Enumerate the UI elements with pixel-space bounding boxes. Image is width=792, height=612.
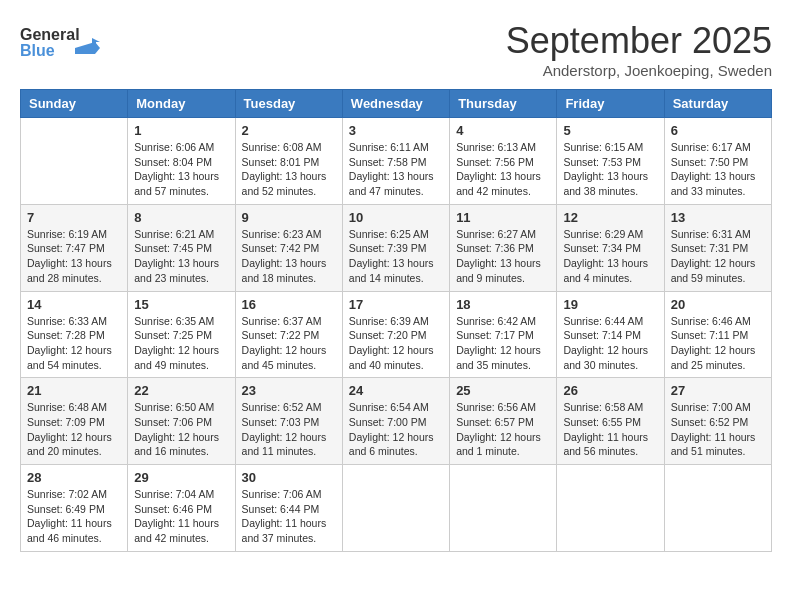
day-number: 14 xyxy=(27,297,121,312)
day-number: 2 xyxy=(242,123,336,138)
logo-text: General Blue xyxy=(20,20,100,64)
calendar-cell: 7Sunrise: 6:19 AM Sunset: 7:47 PM Daylig… xyxy=(21,204,128,291)
day-info: Sunrise: 6:17 AM Sunset: 7:50 PM Dayligh… xyxy=(671,140,765,199)
day-info: Sunrise: 7:02 AM Sunset: 6:49 PM Dayligh… xyxy=(27,487,121,546)
calendar-header-wednesday: Wednesday xyxy=(342,90,449,118)
calendar-cell xyxy=(21,118,128,205)
calendar-week-row: 14Sunrise: 6:33 AM Sunset: 7:28 PM Dayli… xyxy=(21,291,772,378)
day-info: Sunrise: 6:44 AM Sunset: 7:14 PM Dayligh… xyxy=(563,314,657,373)
day-info: Sunrise: 6:23 AM Sunset: 7:42 PM Dayligh… xyxy=(242,227,336,286)
calendar-cell: 4Sunrise: 6:13 AM Sunset: 7:56 PM Daylig… xyxy=(450,118,557,205)
calendar-cell: 6Sunrise: 6:17 AM Sunset: 7:50 PM Daylig… xyxy=(664,118,771,205)
calendar-cell: 8Sunrise: 6:21 AM Sunset: 7:45 PM Daylig… xyxy=(128,204,235,291)
day-number: 30 xyxy=(242,470,336,485)
calendar-week-row: 28Sunrise: 7:02 AM Sunset: 6:49 PM Dayli… xyxy=(21,465,772,552)
calendar-cell: 21Sunrise: 6:48 AM Sunset: 7:09 PM Dayli… xyxy=(21,378,128,465)
calendar-week-row: 7Sunrise: 6:19 AM Sunset: 7:47 PM Daylig… xyxy=(21,204,772,291)
svg-marker-3 xyxy=(92,38,100,48)
day-info: Sunrise: 6:46 AM Sunset: 7:11 PM Dayligh… xyxy=(671,314,765,373)
calendar-cell: 11Sunrise: 6:27 AM Sunset: 7:36 PM Dayli… xyxy=(450,204,557,291)
day-number: 18 xyxy=(456,297,550,312)
day-info: Sunrise: 6:29 AM Sunset: 7:34 PM Dayligh… xyxy=(563,227,657,286)
calendar-cell: 29Sunrise: 7:04 AM Sunset: 6:46 PM Dayli… xyxy=(128,465,235,552)
calendar-table: SundayMondayTuesdayWednesdayThursdayFrid… xyxy=(20,89,772,552)
day-number: 7 xyxy=(27,210,121,225)
day-number: 1 xyxy=(134,123,228,138)
calendar-cell: 25Sunrise: 6:56 AM Sunset: 6:57 PM Dayli… xyxy=(450,378,557,465)
calendar-header-sunday: Sunday xyxy=(21,90,128,118)
calendar-cell: 20Sunrise: 6:46 AM Sunset: 7:11 PM Dayli… xyxy=(664,291,771,378)
calendar-header-friday: Friday xyxy=(557,90,664,118)
day-number: 17 xyxy=(349,297,443,312)
day-info: Sunrise: 6:54 AM Sunset: 7:00 PM Dayligh… xyxy=(349,400,443,459)
day-number: 22 xyxy=(134,383,228,398)
day-number: 16 xyxy=(242,297,336,312)
day-number: 21 xyxy=(27,383,121,398)
calendar-cell: 5Sunrise: 6:15 AM Sunset: 7:53 PM Daylig… xyxy=(557,118,664,205)
day-info: Sunrise: 6:06 AM Sunset: 8:04 PM Dayligh… xyxy=(134,140,228,199)
calendar-cell: 12Sunrise: 6:29 AM Sunset: 7:34 PM Dayli… xyxy=(557,204,664,291)
day-info: Sunrise: 7:00 AM Sunset: 6:52 PM Dayligh… xyxy=(671,400,765,459)
day-number: 11 xyxy=(456,210,550,225)
day-info: Sunrise: 6:19 AM Sunset: 7:47 PM Dayligh… xyxy=(27,227,121,286)
day-number: 29 xyxy=(134,470,228,485)
calendar-cell: 22Sunrise: 6:50 AM Sunset: 7:06 PM Dayli… xyxy=(128,378,235,465)
calendar-header-row: SundayMondayTuesdayWednesdayThursdayFrid… xyxy=(21,90,772,118)
day-number: 12 xyxy=(563,210,657,225)
day-info: Sunrise: 6:48 AM Sunset: 7:09 PM Dayligh… xyxy=(27,400,121,459)
calendar-cell: 13Sunrise: 6:31 AM Sunset: 7:31 PM Dayli… xyxy=(664,204,771,291)
month-title: September 2025 xyxy=(506,20,772,62)
day-number: 25 xyxy=(456,383,550,398)
day-info: Sunrise: 6:50 AM Sunset: 7:06 PM Dayligh… xyxy=(134,400,228,459)
calendar-header-tuesday: Tuesday xyxy=(235,90,342,118)
day-info: Sunrise: 6:52 AM Sunset: 7:03 PM Dayligh… xyxy=(242,400,336,459)
calendar-cell: 27Sunrise: 7:00 AM Sunset: 6:52 PM Dayli… xyxy=(664,378,771,465)
page-header: General Blue September 2025 Anderstorp, … xyxy=(20,20,772,79)
calendar-header-thursday: Thursday xyxy=(450,90,557,118)
calendar-cell xyxy=(450,465,557,552)
day-number: 5 xyxy=(563,123,657,138)
day-info: Sunrise: 6:25 AM Sunset: 7:39 PM Dayligh… xyxy=(349,227,443,286)
logo: General Blue xyxy=(20,20,100,64)
day-info: Sunrise: 7:06 AM Sunset: 6:44 PM Dayligh… xyxy=(242,487,336,546)
day-info: Sunrise: 6:37 AM Sunset: 7:22 PM Dayligh… xyxy=(242,314,336,373)
day-number: 28 xyxy=(27,470,121,485)
calendar-cell: 19Sunrise: 6:44 AM Sunset: 7:14 PM Dayli… xyxy=(557,291,664,378)
calendar-cell: 17Sunrise: 6:39 AM Sunset: 7:20 PM Dayli… xyxy=(342,291,449,378)
day-number: 27 xyxy=(671,383,765,398)
svg-text:General: General xyxy=(20,26,80,43)
day-number: 26 xyxy=(563,383,657,398)
subtitle: Anderstorp, Joenkoeping, Sweden xyxy=(506,62,772,79)
day-number: 8 xyxy=(134,210,228,225)
day-number: 4 xyxy=(456,123,550,138)
day-number: 24 xyxy=(349,383,443,398)
day-number: 19 xyxy=(563,297,657,312)
svg-text:Blue: Blue xyxy=(20,42,55,59)
calendar-cell: 2Sunrise: 6:08 AM Sunset: 8:01 PM Daylig… xyxy=(235,118,342,205)
day-info: Sunrise: 6:11 AM Sunset: 7:58 PM Dayligh… xyxy=(349,140,443,199)
calendar-cell: 28Sunrise: 7:02 AM Sunset: 6:49 PM Dayli… xyxy=(21,465,128,552)
calendar-cell: 24Sunrise: 6:54 AM Sunset: 7:00 PM Dayli… xyxy=(342,378,449,465)
calendar-header-saturday: Saturday xyxy=(664,90,771,118)
calendar-cell: 26Sunrise: 6:58 AM Sunset: 6:55 PM Dayli… xyxy=(557,378,664,465)
day-number: 13 xyxy=(671,210,765,225)
title-section: September 2025 Anderstorp, Joenkoeping, … xyxy=(506,20,772,79)
day-info: Sunrise: 6:15 AM Sunset: 7:53 PM Dayligh… xyxy=(563,140,657,199)
day-info: Sunrise: 6:33 AM Sunset: 7:28 PM Dayligh… xyxy=(27,314,121,373)
day-number: 9 xyxy=(242,210,336,225)
day-info: Sunrise: 6:21 AM Sunset: 7:45 PM Dayligh… xyxy=(134,227,228,286)
day-info: Sunrise: 6:08 AM Sunset: 8:01 PM Dayligh… xyxy=(242,140,336,199)
calendar-cell xyxy=(557,465,664,552)
day-number: 10 xyxy=(349,210,443,225)
calendar-cell: 18Sunrise: 6:42 AM Sunset: 7:17 PM Dayli… xyxy=(450,291,557,378)
calendar-cell xyxy=(342,465,449,552)
day-info: Sunrise: 6:42 AM Sunset: 7:17 PM Dayligh… xyxy=(456,314,550,373)
day-number: 3 xyxy=(349,123,443,138)
calendar-cell: 30Sunrise: 7:06 AM Sunset: 6:44 PM Dayli… xyxy=(235,465,342,552)
calendar-week-row: 21Sunrise: 6:48 AM Sunset: 7:09 PM Dayli… xyxy=(21,378,772,465)
calendar-cell: 9Sunrise: 6:23 AM Sunset: 7:42 PM Daylig… xyxy=(235,204,342,291)
calendar-cell: 16Sunrise: 6:37 AM Sunset: 7:22 PM Dayli… xyxy=(235,291,342,378)
day-info: Sunrise: 6:31 AM Sunset: 7:31 PM Dayligh… xyxy=(671,227,765,286)
calendar-cell: 14Sunrise: 6:33 AM Sunset: 7:28 PM Dayli… xyxy=(21,291,128,378)
calendar-cell: 3Sunrise: 6:11 AM Sunset: 7:58 PM Daylig… xyxy=(342,118,449,205)
